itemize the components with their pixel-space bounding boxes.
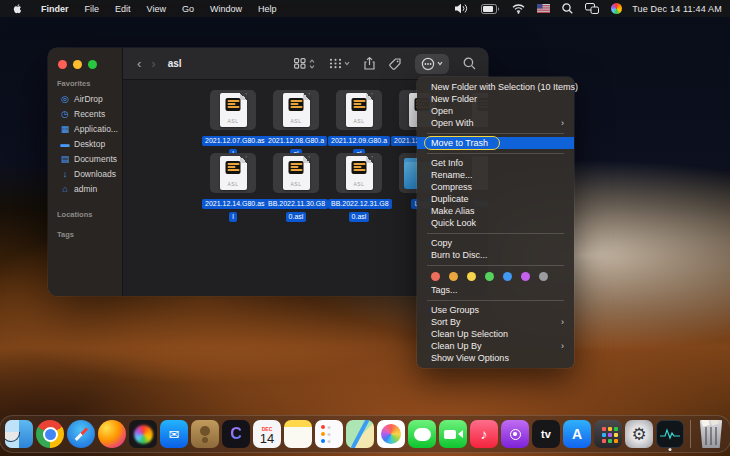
- menu-item-use-groups[interactable]: Use Groups: [417, 304, 574, 316]
- dock-icon-trash[interactable]: [697, 420, 725, 448]
- menu-item-show-view-options[interactable]: Show View Options: [417, 352, 574, 364]
- sidebar-item-documents[interactable]: ▤ Documents: [51, 151, 119, 166]
- sidebar-item-recents[interactable]: ◷ Recents: [51, 106, 119, 121]
- menu-item-open-with[interactable]: Open With›: [417, 117, 574, 129]
- dock-icon-console[interactable]: [656, 420, 684, 448]
- menu-item-sort-by[interactable]: Sort By›: [417, 316, 574, 328]
- dock-icon-launchpad[interactable]: [594, 420, 622, 448]
- menu-item-duplicate[interactable]: Duplicate: [417, 193, 574, 205]
- dock-icon-messages[interactable]: [408, 420, 436, 448]
- view-mode-button[interactable]: [294, 58, 315, 69]
- file-2021-12-08[interactable]: ASL 2021.12.08.G80.asl: [265, 90, 327, 159]
- file-2021-12-09[interactable]: ASL 2021.12.09.G80.asl: [328, 90, 390, 159]
- file-bb-2022-12-31[interactable]: ASL BB.2022.12.31.G80.asl: [328, 153, 390, 222]
- sidebar-item-downloads[interactable]: ↓ Downloads: [51, 166, 119, 181]
- dock-icon-contacts[interactable]: [191, 420, 219, 448]
- menu-item-move-to-trash[interactable]: Move to Trash: [417, 137, 574, 149]
- menubar-item-view[interactable]: View: [139, 4, 174, 14]
- close-window-button[interactable]: [58, 60, 67, 69]
- volume-icon[interactable]: [455, 3, 469, 14]
- tag-yellow[interactable]: [467, 272, 476, 281]
- back-button[interactable]: ‹: [137, 56, 141, 71]
- menu-item-make-alias[interactable]: Make Alias: [417, 205, 574, 217]
- dock-icon-c-app[interactable]: C: [222, 420, 250, 448]
- menu-item-clean-up-by[interactable]: Clean Up By›: [417, 340, 574, 352]
- displays-icon[interactable]: [585, 3, 599, 14]
- menubar-item-help[interactable]: Help: [250, 4, 285, 14]
- sidebar-item-applications[interactable]: ▦ Applicatio...: [51, 121, 119, 136]
- submenu-arrow-icon: ›: [561, 316, 564, 328]
- spotlight-search-icon[interactable]: [562, 3, 573, 14]
- dock-separator: [690, 420, 691, 448]
- forward-button[interactable]: ›: [151, 56, 155, 71]
- menubar-item-go[interactable]: Go: [174, 4, 202, 14]
- menu-item-clean-up-selection[interactable]: Clean Up Selection: [417, 328, 574, 340]
- tag-purple[interactable]: [521, 272, 530, 281]
- tags-icon[interactable]: [389, 58, 401, 70]
- menu-item-tags[interactable]: Tags...: [417, 284, 574, 296]
- sidebar-section-favorites: Favorites: [48, 69, 122, 91]
- dock-icon-chrome[interactable]: [36, 420, 64, 448]
- dock-icon-app-store[interactable]: A: [563, 420, 591, 448]
- menu-item-quick-look[interactable]: Quick Look: [417, 217, 574, 229]
- menubar-item-window[interactable]: Window: [202, 4, 250, 14]
- pulse-graph-icon: [660, 428, 680, 440]
- tag-green[interactable]: [485, 272, 494, 281]
- search-icon[interactable]: [463, 57, 476, 70]
- menu-separator: [427, 265, 564, 266]
- submenu-arrow-icon: ›: [561, 117, 564, 129]
- minimize-window-button[interactable]: [73, 60, 82, 69]
- apple-menu-icon[interactable]: [12, 3, 23, 14]
- dock-icon-mail[interactable]: ✉: [160, 420, 188, 448]
- input-language-flag-icon[interactable]: [537, 4, 550, 13]
- menu-separator: [427, 233, 564, 234]
- more-actions-button[interactable]: [415, 54, 449, 74]
- menu-item-new-folder[interactable]: New Folder: [417, 93, 574, 105]
- menu-item-copy[interactable]: Copy: [417, 237, 574, 249]
- menu-item-new-folder-with-selection[interactable]: New Folder with Selection (10 Items): [417, 81, 574, 93]
- dock-icon-music[interactable]: ♪: [470, 420, 498, 448]
- sidebar-item-desktop[interactable]: ▬ Desktop: [51, 136, 119, 151]
- sidebar-item-admin[interactable]: ⌂ admin: [51, 181, 119, 196]
- share-icon[interactable]: [364, 57, 375, 70]
- dock-icon-notes[interactable]: [284, 420, 312, 448]
- dock-icon-siri[interactable]: [129, 420, 157, 448]
- tag-blue[interactable]: [503, 272, 512, 281]
- applications-icon: ▦: [60, 124, 70, 134]
- menu-item-compress[interactable]: Compress: [417, 181, 574, 193]
- tag-red[interactable]: [431, 272, 440, 281]
- dock-icon-podcasts[interactable]: [501, 420, 529, 448]
- dock-icon-facetime[interactable]: [439, 420, 467, 448]
- menubar-app-name[interactable]: Finder: [33, 4, 77, 14]
- menu-item-get-info[interactable]: Get Info: [417, 157, 574, 169]
- dock-icon-finder[interactable]: [5, 420, 33, 448]
- siri-icon[interactable]: [611, 3, 622, 14]
- dock-icon-calendar[interactable]: DEC 14: [253, 420, 281, 448]
- dock-icon-maps[interactable]: [346, 420, 374, 448]
- tag-orange[interactable]: [449, 272, 458, 281]
- dock-icon-system-preferences[interactable]: ⚙: [625, 420, 653, 448]
- menubar-item-edit[interactable]: Edit: [107, 4, 139, 14]
- wifi-icon[interactable]: [512, 4, 525, 14]
- dock-icon-reminders[interactable]: [315, 420, 343, 448]
- file-bb-2022-11-30[interactable]: ASL BB.2022.11.30.G80.asl: [265, 153, 327, 222]
- menu-item-burn-to-disc[interactable]: Burn to Disc...: [417, 249, 574, 261]
- menubar-clock[interactable]: Tue Dec 14 11:44 AM: [632, 4, 722, 14]
- sidebar-item-airdrop[interactable]: ◎ AirDrop: [51, 91, 119, 106]
- menubar-item-file[interactable]: File: [77, 4, 108, 14]
- tag-gray[interactable]: [539, 272, 548, 281]
- dock-icon-photos[interactable]: [377, 420, 405, 448]
- menu-separator: [427, 300, 564, 301]
- battery-icon[interactable]: [481, 4, 500, 14]
- dock-icon-safari[interactable]: [67, 420, 95, 448]
- menu-item-open[interactable]: Open: [417, 105, 574, 117]
- dock: ✉ C DEC 14 ♪ tv A ⚙: [0, 415, 730, 453]
- zoom-window-button[interactable]: [88, 60, 97, 69]
- file-2021-12-07[interactable]: ASL 2021.12.07.G80.asl: [202, 90, 264, 159]
- menu-item-rename[interactable]: Rename...: [417, 169, 574, 181]
- dock-icon-apple-tv[interactable]: tv: [532, 420, 560, 448]
- group-by-button[interactable]: [329, 58, 350, 69]
- dock-icon-firefox[interactable]: [98, 420, 126, 448]
- file-2021-12-14[interactable]: ASL 2021.12.14.G80.asl: [202, 153, 264, 222]
- context-menu: New Folder with Selection (10 Items) New…: [417, 77, 574, 368]
